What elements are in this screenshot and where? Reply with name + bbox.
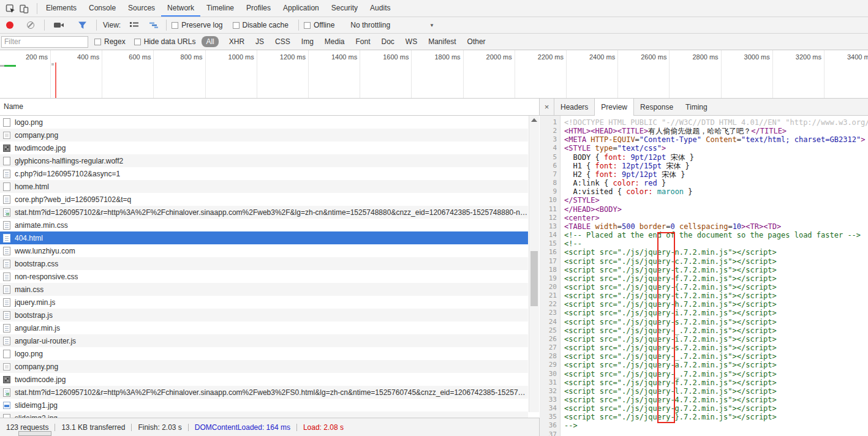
request-row[interactable]: main.css (0, 283, 528, 296)
checkbox-icon[interactable] (134, 39, 141, 45)
filter-input[interactable] (1, 36, 88, 48)
request-row[interactable]: stat.htm?id=1260957102&r=http%3A%2F%2Fch… (0, 386, 528, 399)
request-row[interactable]: www.lunzhiyu.com (0, 244, 528, 257)
request-row[interactable]: core.php?web_id=1260957102&t=q (0, 193, 528, 206)
request-row[interactable]: stat.htm?id=1260957102&r=http%3A%2F%2Fch… (0, 206, 528, 219)
network-filterbar: Regex Hide data URLs All XHRJSCSSImgMedi… (0, 34, 868, 50)
filter-type-font[interactable]: Font (356, 37, 371, 46)
line-number: 5 (540, 153, 560, 162)
request-row[interactable]: twodimcode.jpg (0, 373, 528, 386)
request-row[interactable]: non-responsive.css (0, 270, 528, 283)
request-row[interactable]: company.png (0, 129, 528, 141)
tab-elements[interactable]: Elements (40, 0, 83, 17)
filter-type-manifest[interactable]: Manifest (428, 37, 456, 46)
tab-audits[interactable]: Audits (364, 0, 396, 17)
code-line: <script src="./js/jquery-i.7.2.min.js"><… (564, 335, 868, 344)
request-row[interactable]: 404.html (0, 231, 528, 244)
file-type-icon (3, 324, 10, 333)
list-view-icon[interactable] (127, 19, 141, 31)
disable-cache-checkbox[interactable]: Disable cache (233, 21, 289, 29)
request-row[interactable]: bootstrap.js (0, 309, 528, 321)
request-row[interactable]: jquery.min.js (0, 296, 528, 309)
request-row[interactable]: twodimcode.jpg (0, 141, 528, 154)
details-tab-preview[interactable]: Preview (594, 99, 634, 116)
clear-button[interactable] (27, 21, 34, 29)
request-row[interactable]: slideimg2.jpg (0, 412, 528, 418)
checkbox-icon[interactable] (172, 22, 178, 29)
filter-type-img[interactable]: Img (301, 37, 314, 46)
request-row[interactable]: slideimg1.jpg (0, 399, 528, 412)
line-number: 26 (540, 335, 560, 344)
scrollbar-up-arrow-icon[interactable] (531, 118, 537, 122)
tab-profiles[interactable]: Profiles (240, 0, 277, 17)
inspect-element-icon[interactable] (4, 2, 17, 15)
request-row[interactable]: angular-ui-router.js (0, 334, 528, 347)
filter-type-ws[interactable]: WS (406, 37, 417, 46)
request-name: core.php?web_id=1260957102&t=q (15, 195, 131, 204)
name-column-header[interactable]: Name (0, 99, 540, 116)
line-number: 2 (540, 127, 560, 135)
tab-sources[interactable]: Sources (122, 0, 161, 17)
filter-type-other[interactable]: Other (467, 37, 486, 46)
checkbox-icon[interactable] (94, 39, 101, 45)
status-segment: 13.1 KB transferred (61, 423, 125, 432)
line-number: 18 (540, 266, 560, 274)
regex-checkbox[interactable]: Regex (94, 37, 126, 46)
checkbox-icon[interactable] (304, 22, 311, 29)
request-row[interactable]: home.html (0, 180, 528, 193)
details-tab-response[interactable]: Response (634, 99, 679, 115)
filter-all-pill[interactable]: All (202, 36, 218, 47)
line-number: 24 (540, 318, 560, 326)
filter-type-js[interactable]: JS (255, 37, 264, 46)
filter-type-doc[interactable]: Doc (382, 37, 394, 46)
tab-application[interactable]: Application (277, 0, 325, 17)
preserve-log-checkbox[interactable]: Preserve log (172, 21, 222, 29)
request-name: 404.html (15, 234, 43, 242)
request-row[interactable]: company.png (0, 360, 528, 373)
request-row[interactable]: logo.png (0, 116, 528, 129)
list-scrollbar[interactable] (529, 116, 539, 412)
tab-network[interactable]: Network (161, 0, 200, 17)
close-icon[interactable]: × (540, 99, 554, 115)
divider (298, 20, 299, 31)
scrollbar-thumb[interactable] (530, 251, 538, 306)
details-tab-headers[interactable]: Headers (554, 99, 594, 115)
filter-type-media[interactable]: Media (325, 37, 345, 46)
request-name: home.html (15, 182, 49, 191)
tab-security[interactable]: Security (325, 0, 364, 17)
filter-funnel-icon[interactable] (75, 19, 89, 31)
throttling-dropdown[interactable]: No throttling ▼ (350, 21, 434, 29)
screenshot-camera-icon[interactable] (52, 19, 66, 31)
waterfall-view-icon[interactable] (147, 19, 160, 31)
code-line: </HEAD><BODY> (564, 205, 868, 214)
request-row[interactable]: angular.min.js (0, 321, 528, 334)
code-content: <!DOCTYPE HTML PUBLIC "-//W3C//DTD HTML … (560, 116, 868, 436)
timeline-overview[interactable]: 200 ms400 ms600 ms800 ms1000 ms1200 ms14… (0, 50, 868, 99)
filter-type-css[interactable]: CSS (275, 37, 290, 46)
request-row[interactable]: animate.min.css (0, 219, 528, 231)
request-row[interactable]: logo.png (0, 347, 528, 360)
offline-checkbox[interactable]: Offline (304, 21, 334, 29)
hide-data-urls-checkbox[interactable]: Hide data URLs (134, 37, 196, 46)
code-line: <!-- Placed at the end of the document s… (564, 231, 868, 239)
checkbox-icon[interactable] (233, 22, 240, 29)
request-name: company.png (15, 363, 58, 371)
record-button[interactable] (6, 21, 13, 29)
filter-type-xhr[interactable]: XHR (229, 37, 244, 46)
details-tab-timing[interactable]: Timing (679, 99, 714, 115)
tab-timeline[interactable]: Timeline (200, 0, 240, 17)
line-number: 16 (540, 248, 560, 257)
line-number: 33 (540, 396, 560, 404)
request-row[interactable]: bootstrap.css (0, 257, 528, 270)
file-type-icon (3, 311, 10, 320)
code-line: <script src="./js/jquery-{.7.2.min.js"><… (564, 283, 868, 291)
tab-console[interactable]: Console (83, 0, 122, 17)
device-toolbar-icon[interactable] (17, 2, 31, 15)
code-line: <script src="./js/jquery-}.7.2.min.js"><… (564, 413, 868, 421)
code-line: <TABLE width=500 border=0 cellspacing=10… (564, 222, 868, 231)
request-name: animate.min.css (15, 221, 68, 230)
request-name: main.css (15, 285, 43, 294)
request-row[interactable]: c.php?id=1260957102&async=1 (0, 167, 528, 180)
preview-code-area[interactable]: 1234567891011121314151617181920212223242… (540, 116, 868, 436)
request-row[interactable]: glyphicons-halflings-regular.woff2 (0, 154, 528, 167)
